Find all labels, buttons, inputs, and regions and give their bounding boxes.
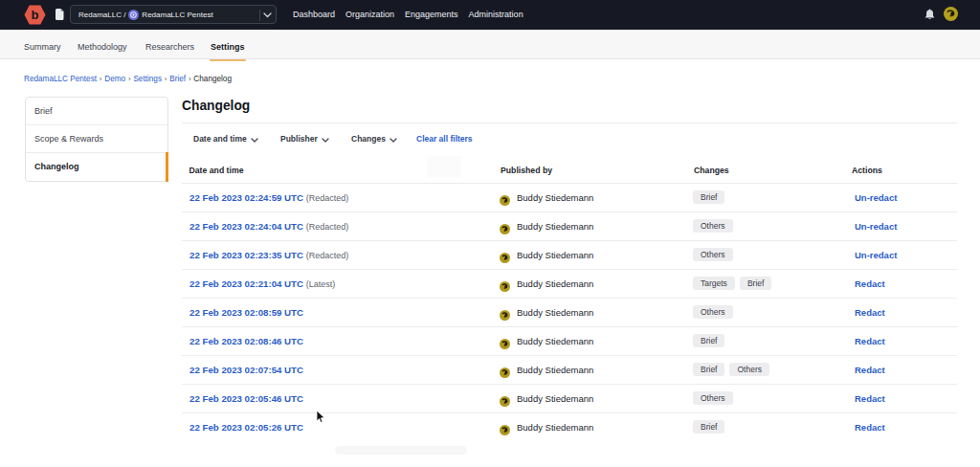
svg-text:b: b (32, 8, 39, 22)
